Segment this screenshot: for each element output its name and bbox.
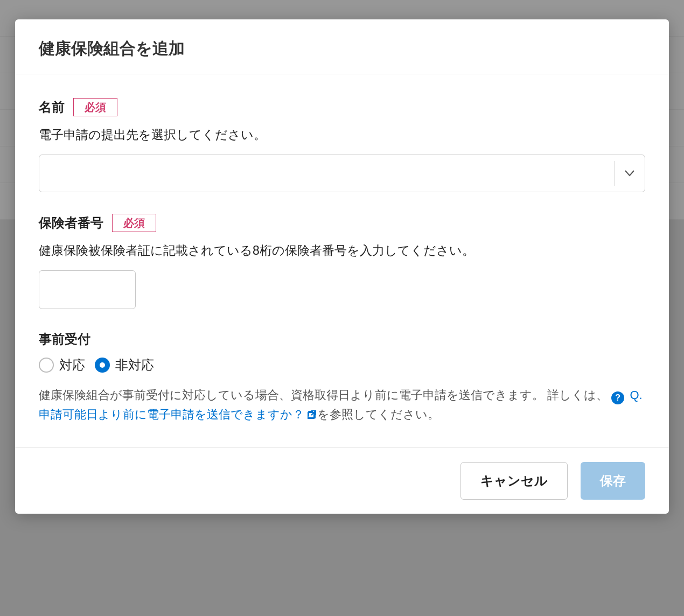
radio-circle-icon bbox=[39, 358, 54, 373]
field-advance-reception-section: 事前受付 対応 非対応 健康保険組合が事前受付に対応している場合、資格取得日より… bbox=[39, 331, 645, 426]
radio-supported[interactable]: 対応 bbox=[39, 356, 85, 374]
modal-footer: キャンセル 保存 bbox=[15, 447, 669, 514]
field-insurer-number-help: 健康保険被保険者証に記載されている8桁の保険者番号を入力してください。 bbox=[39, 241, 645, 261]
add-insurance-union-modal: 健康保険組合を追加 名前 必須 電子申請の提出先を選択してください。 保険者番号… bbox=[15, 19, 669, 514]
modal-header: 健康保険組合を追加 bbox=[15, 19, 669, 74]
question-circle-icon: ? bbox=[611, 391, 624, 404]
field-name-help: 電子申請の提出先を選択してください。 bbox=[39, 125, 645, 145]
modal-body: 名前 必須 電子申請の提出先を選択してください。 保険者番号 必須 健康保険被保… bbox=[15, 74, 669, 447]
advance-reception-radio-group: 対応 非対応 bbox=[39, 356, 645, 374]
radio-supported-label: 対応 bbox=[59, 356, 85, 374]
radio-unsupported[interactable]: 非対応 bbox=[95, 356, 154, 374]
insurer-number-input[interactable] bbox=[39, 270, 136, 309]
name-select-wrap bbox=[39, 155, 645, 192]
field-name-section: 名前 必須 電子申請の提出先を選択してください。 bbox=[39, 98, 645, 192]
note-suffix: を参照してください。 bbox=[317, 408, 439, 421]
field-insurer-number-label-row: 保険者番号 必須 bbox=[39, 214, 645, 232]
field-advance-reception-label: 事前受付 bbox=[39, 331, 90, 348]
field-insurer-number-label: 保険者番号 bbox=[39, 214, 103, 232]
note-prefix: 健康保険組合が事前受付に対応している場合、資格取得日より前に電子申請を送信できま… bbox=[39, 388, 608, 402]
save-button[interactable]: 保存 bbox=[581, 462, 645, 500]
field-insurer-number-section: 保険者番号 必須 健康保険被保険者証に記載されている8桁の保険者番号を入力してく… bbox=[39, 214, 645, 309]
external-link-icon bbox=[306, 407, 317, 426]
name-select[interactable] bbox=[39, 155, 645, 192]
required-badge: 必須 bbox=[112, 214, 156, 232]
required-badge: 必須 bbox=[73, 98, 117, 116]
field-name-label-row: 名前 必須 bbox=[39, 98, 645, 116]
advance-reception-note: 健康保険組合が事前受付に対応している場合、資格取得日より前に電子申請を送信できま… bbox=[39, 386, 645, 426]
radio-unsupported-label: 非対応 bbox=[115, 356, 154, 374]
radio-circle-icon bbox=[95, 358, 110, 373]
modal-title: 健康保険組合を追加 bbox=[39, 38, 645, 60]
field-advance-reception-label-row: 事前受付 bbox=[39, 331, 645, 348]
cancel-button[interactable]: キャンセル bbox=[460, 462, 568, 500]
field-name-label: 名前 bbox=[39, 99, 65, 116]
